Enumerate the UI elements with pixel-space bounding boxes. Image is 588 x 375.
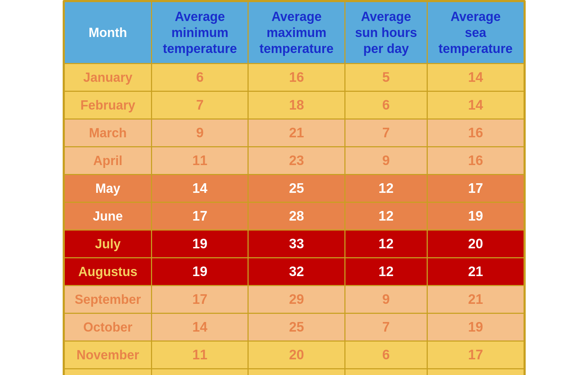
cell-min-temp: 9 bbox=[152, 119, 248, 147]
cell-sun-hours: 7 bbox=[345, 119, 427, 147]
cell-max-temp: 25 bbox=[248, 175, 345, 202]
cell-sun-hours: 6 bbox=[345, 341, 427, 369]
climate-table: Month Average minimum temperature Averag… bbox=[64, 1, 525, 375]
cell-min-temp: 17 bbox=[152, 286, 248, 313]
cell-max-temp: 32 bbox=[248, 258, 345, 286]
cell-sun-hours: 7 bbox=[345, 313, 427, 341]
cell-sun-hours: 12 bbox=[345, 258, 427, 286]
cell-month: July bbox=[64, 230, 152, 258]
header-sea-temp: Average sea temperature bbox=[427, 2, 524, 64]
cell-sea-temp: 16 bbox=[427, 147, 524, 175]
cell-max-temp: 28 bbox=[248, 202, 345, 230]
cell-max-temp: 17 bbox=[248, 369, 345, 375]
cell-max-temp: 16 bbox=[248, 64, 345, 91]
cell-sun-hours: 5 bbox=[345, 64, 427, 91]
table-row: June17281219 bbox=[64, 202, 524, 230]
cell-max-temp: 23 bbox=[248, 147, 345, 175]
cell-min-temp: 14 bbox=[152, 313, 248, 341]
climate-table-wrapper: Month Average minimum temperature Averag… bbox=[63, 0, 526, 375]
table-row: July19331220 bbox=[64, 230, 524, 258]
cell-sun-hours: 6 bbox=[345, 91, 427, 119]
cell-min-temp: 14 bbox=[152, 175, 248, 202]
table-row: October1425719 bbox=[64, 313, 524, 341]
cell-max-temp: 33 bbox=[248, 230, 345, 258]
cell-sea-temp: 14 bbox=[427, 64, 524, 91]
table-row: Augustus19321221 bbox=[64, 258, 524, 286]
cell-sea-temp: 17 bbox=[427, 175, 524, 202]
cell-max-temp: 20 bbox=[248, 341, 345, 369]
cell-min-temp: 19 bbox=[152, 230, 248, 258]
cell-max-temp: 18 bbox=[248, 91, 345, 119]
cell-sun-hours: 12 bbox=[345, 175, 427, 202]
cell-sea-temp: 14 bbox=[427, 91, 524, 119]
table-row: December917515 bbox=[64, 369, 524, 375]
table-row: March921716 bbox=[64, 119, 524, 147]
table-row: February718614 bbox=[64, 91, 524, 119]
cell-sea-temp: 16 bbox=[427, 119, 524, 147]
cell-min-temp: 6 bbox=[152, 64, 248, 91]
cell-sea-temp: 15 bbox=[427, 369, 524, 375]
table-row: January616514 bbox=[64, 64, 524, 91]
header-max-temp: Average maximum temperature bbox=[248, 2, 345, 64]
cell-sea-temp: 21 bbox=[427, 286, 524, 313]
cell-month: March bbox=[64, 119, 152, 147]
cell-month: May bbox=[64, 175, 152, 202]
cell-min-temp: 9 bbox=[152, 369, 248, 375]
cell-sun-hours: 9 bbox=[345, 147, 427, 175]
cell-sun-hours: 9 bbox=[345, 286, 427, 313]
cell-max-temp: 29 bbox=[248, 286, 345, 313]
cell-sun-hours: 12 bbox=[345, 202, 427, 230]
cell-max-temp: 21 bbox=[248, 119, 345, 147]
table-row: May14251217 bbox=[64, 175, 524, 202]
header-month: Month bbox=[64, 2, 152, 64]
header-sun-hours: Average sun hours per day bbox=[345, 2, 427, 64]
cell-sea-temp: 21 bbox=[427, 258, 524, 286]
cell-min-temp: 7 bbox=[152, 91, 248, 119]
table-row: November1120617 bbox=[64, 341, 524, 369]
cell-sun-hours: 12 bbox=[345, 230, 427, 258]
cell-min-temp: 17 bbox=[152, 202, 248, 230]
cell-month: June bbox=[64, 202, 152, 230]
cell-month: February bbox=[64, 91, 152, 119]
cell-month: December bbox=[64, 369, 152, 375]
cell-sea-temp: 19 bbox=[427, 313, 524, 341]
cell-sea-temp: 19 bbox=[427, 202, 524, 230]
header-min-temp: Average minimum temperature bbox=[152, 2, 248, 64]
cell-month: Augustus bbox=[64, 258, 152, 286]
cell-min-temp: 19 bbox=[152, 258, 248, 286]
cell-month: January bbox=[64, 64, 152, 91]
cell-sea-temp: 20 bbox=[427, 230, 524, 258]
cell-sea-temp: 17 bbox=[427, 341, 524, 369]
cell-month: April bbox=[64, 147, 152, 175]
cell-min-temp: 11 bbox=[152, 341, 248, 369]
table-row: September1729921 bbox=[64, 286, 524, 313]
cell-max-temp: 25 bbox=[248, 313, 345, 341]
table-row: April1123916 bbox=[64, 147, 524, 175]
cell-month: November bbox=[64, 341, 152, 369]
cell-month: October bbox=[64, 313, 152, 341]
cell-sun-hours: 5 bbox=[345, 369, 427, 375]
cell-month: September bbox=[64, 286, 152, 313]
cell-min-temp: 11 bbox=[152, 147, 248, 175]
